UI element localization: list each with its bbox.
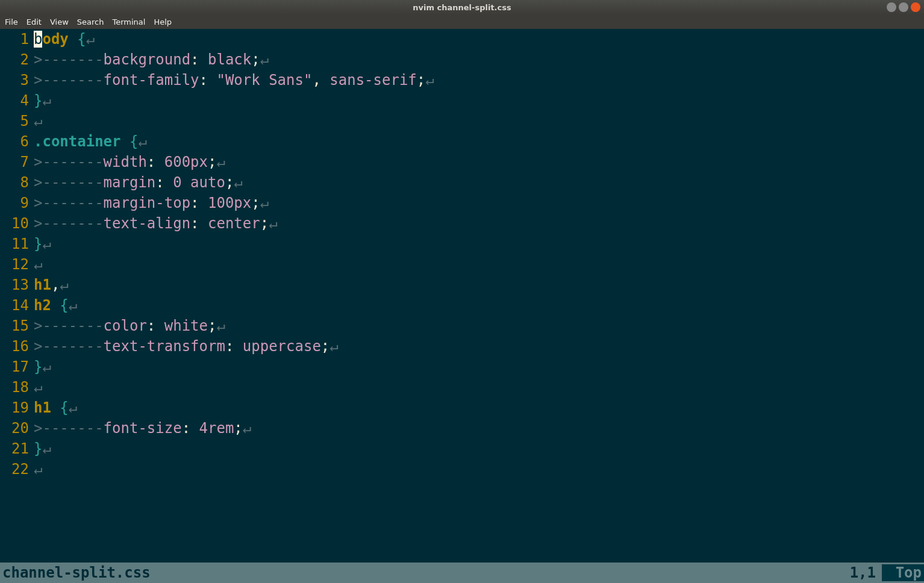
menu-file[interactable]: File <box>1 16 22 28</box>
line-content[interactable]: body {↵ <box>34 29 924 49</box>
line-content[interactable]: >-------font-family: "Work Sans", sans-s… <box>34 70 924 90</box>
menu-help[interactable]: Help <box>150 16 175 28</box>
line-number: 7 <box>0 152 34 172</box>
code-line[interactable]: 8>-------margin: 0 auto;↵ <box>0 172 924 193</box>
code-line[interactable]: 2>-------background: black;↵ <box>0 49 924 70</box>
code-line[interactable]: 21}↵ <box>0 438 924 459</box>
line-number: 9 <box>0 193 34 213</box>
line-content[interactable]: >-------text-transform: uppercase;↵ <box>34 336 924 357</box>
line-number: 15 <box>0 316 34 336</box>
status-scroll: Top <box>882 564 924 581</box>
line-number: 4 <box>0 90 34 111</box>
line-number: 22 <box>0 459 34 479</box>
line-number: 3 <box>0 70 34 90</box>
line-number: 13 <box>0 275 34 295</box>
minimize-icon[interactable] <box>887 2 896 12</box>
status-cursor-pos: 1,1 <box>850 564 882 581</box>
menu-search[interactable]: Search <box>73 16 108 28</box>
code-line[interactable]: 14h2 {↵ <box>0 295 924 316</box>
menu-bar: File Edit View Search Terminal Help <box>0 14 924 29</box>
code-line[interactable]: 19h1 {↵ <box>0 398 924 418</box>
code-line[interactable]: 18↵ <box>0 377 924 398</box>
menu-view[interactable]: View <box>46 16 72 28</box>
line-content[interactable]: ↵ <box>34 111 924 131</box>
line-content[interactable]: h1,↵ <box>34 275 924 295</box>
maximize-icon[interactable] <box>899 2 908 12</box>
editor-area[interactable]: 1body {↵2>-------background: black;↵3>--… <box>0 29 924 479</box>
line-number: 18 <box>0 377 34 398</box>
code-line[interactable]: 9>-------margin-top: 100px;↵ <box>0 193 924 213</box>
line-content[interactable]: ↵ <box>34 254 924 275</box>
window-controls <box>887 2 920 12</box>
line-content[interactable]: h1 {↵ <box>34 398 924 418</box>
code-line[interactable]: 20>-------font-size: 4rem;↵ <box>0 418 924 438</box>
code-line[interactable]: 5↵ <box>0 111 924 131</box>
line-number: 11 <box>0 234 34 254</box>
line-content[interactable]: >-------text-align: center;↵ <box>34 213 924 234</box>
line-content[interactable]: h2 {↵ <box>34 295 924 316</box>
menu-terminal[interactable]: Terminal <box>108 16 149 28</box>
line-content[interactable]: ↵ <box>34 459 924 479</box>
code-line[interactable]: 22↵ <box>0 459 924 479</box>
code-line[interactable]: 4}↵ <box>0 90 924 111</box>
code-line[interactable]: 10>-------text-align: center;↵ <box>0 213 924 234</box>
code-line[interactable]: 7>-------width: 600px;↵ <box>0 152 924 172</box>
line-number: 2 <box>0 49 34 70</box>
code-line[interactable]: 16>-------text-transform: uppercase;↵ <box>0 336 924 357</box>
line-number: 20 <box>0 418 34 438</box>
line-content[interactable]: >-------margin-top: 100px;↵ <box>34 193 924 213</box>
line-content[interactable]: ↵ <box>34 377 924 398</box>
line-content[interactable]: }↵ <box>34 90 924 111</box>
line-number: 19 <box>0 398 34 418</box>
window-titlebar: nvim channel-split.css <box>0 0 924 14</box>
code-line[interactable]: 17}↵ <box>0 357 924 377</box>
line-content[interactable]: >-------width: 600px;↵ <box>34 152 924 172</box>
code-line[interactable]: 12↵ <box>0 254 924 275</box>
code-line[interactable]: 15>-------color: white;↵ <box>0 316 924 336</box>
line-number: 16 <box>0 336 34 357</box>
code-line[interactable]: 6.container {↵ <box>0 131 924 152</box>
line-number: 12 <box>0 254 34 275</box>
line-number: 1 <box>0 29 34 49</box>
status-bar: channel-split.css 1,1 Top <box>0 563 924 583</box>
code-line[interactable]: 3>-------font-family: "Work Sans", sans-… <box>0 70 924 90</box>
line-content[interactable]: }↵ <box>34 438 924 459</box>
close-icon[interactable] <box>911 2 920 12</box>
line-content[interactable]: }↵ <box>34 357 924 377</box>
line-content[interactable]: }↵ <box>34 234 924 254</box>
line-content[interactable]: >-------margin: 0 auto;↵ <box>34 172 924 193</box>
menu-edit[interactable]: Edit <box>23 16 45 28</box>
line-content[interactable]: >-------color: white;↵ <box>34 316 924 336</box>
window-title: nvim channel-split.css <box>413 3 511 12</box>
line-number: 5 <box>0 111 34 131</box>
line-number: 6 <box>0 131 34 152</box>
line-number: 8 <box>0 172 34 193</box>
line-number: 14 <box>0 295 34 316</box>
line-content[interactable]: >-------font-size: 4rem;↵ <box>34 418 924 438</box>
line-number: 17 <box>0 357 34 377</box>
line-number: 10 <box>0 213 34 234</box>
code-line[interactable]: 13h1,↵ <box>0 275 924 295</box>
line-content[interactable]: >-------background: black;↵ <box>34 49 924 70</box>
code-line[interactable]: 11}↵ <box>0 234 924 254</box>
code-line[interactable]: 1body {↵ <box>0 29 924 49</box>
line-content[interactable]: .container {↵ <box>34 131 924 152</box>
status-filename: channel-split.css <box>0 564 151 581</box>
line-number: 21 <box>0 438 34 459</box>
